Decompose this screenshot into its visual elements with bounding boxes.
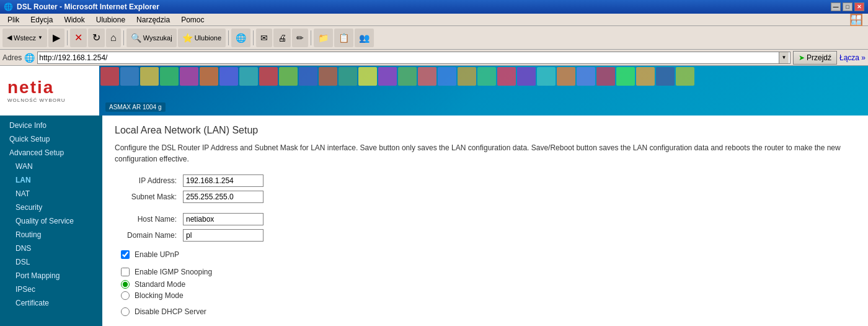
contacts-button[interactable]: 👥 — [355, 29, 374, 47]
mosaic-tile — [180, 67, 198, 86]
section-gap-1 — [115, 245, 856, 250]
subnet-mask-label: Subnet Mask: — [115, 192, 183, 201]
toolbar-sep-4 — [253, 30, 254, 45]
mosaic-tile — [160, 67, 179, 86]
enable-upnp-checkbox[interactable] — [121, 250, 130, 259]
standard-mode-radio[interactable] — [121, 280, 130, 289]
sidebar-item-lan[interactable]: LAN — [0, 173, 102, 187]
menu-help[interactable]: Pomoc — [176, 14, 209, 25]
mosaic-tile — [458, 67, 476, 86]
mosaic-tile — [656, 67, 675, 86]
close-button[interactable]: ✕ — [854, 2, 864, 11]
mosaic-tile — [100, 67, 119, 86]
minimize-button[interactable]: — — [831, 2, 841, 11]
address-input[interactable] — [39, 53, 779, 62]
sidebar-item-certificate[interactable]: Certificate — [0, 296, 102, 310]
history-button[interactable]: 📋 — [334, 29, 353, 47]
media-icon: 🌐 — [236, 33, 246, 43]
title-bar: 🌐 DSL Router - Microsoft Internet Explor… — [0, 0, 868, 14]
favorites-icon: ⭐ — [182, 33, 193, 43]
back-icon: ◀ — [7, 34, 12, 42]
go-arrow-icon: ➤ — [799, 53, 805, 62]
folder-button[interactable]: 📁 — [314, 29, 333, 47]
menu-file[interactable]: Plik — [2, 14, 24, 25]
menu-edit[interactable]: Edycja — [25, 14, 58, 25]
sidebar-item-quick-setup[interactable]: Quick Setup — [0, 132, 102, 146]
stop-button[interactable]: ✕ — [70, 29, 87, 47]
disable-dhcp-radio[interactable] — [121, 307, 130, 316]
enable-upnp-row: Enable UPnP — [121, 250, 856, 259]
subnet-mask-input[interactable] — [183, 191, 264, 203]
media-button[interactable]: 🌐 — [231, 29, 250, 47]
favorites-button[interactable]: ⭐ Ulubione — [178, 29, 226, 47]
domain-name-label: Domain Name: — [115, 231, 183, 240]
edit-icon: ✏ — [296, 33, 304, 43]
refresh-button[interactable]: ↻ — [88, 29, 105, 47]
enable-igmp-checkbox[interactable] — [121, 268, 130, 276]
ip-address-label: IP Address: — [115, 176, 183, 185]
host-name-input[interactable] — [183, 213, 264, 225]
blocking-mode-radio[interactable] — [121, 291, 130, 300]
toolbar-sep-2 — [123, 30, 124, 45]
address-bar: Adres 🌐 ▼ ➤ Przejdź Łącza » — [0, 50, 868, 66]
address-input-wrapper: ▼ — [37, 52, 790, 64]
enable-upnp-label: Enable UPnP — [135, 250, 179, 259]
mosaic-tile — [200, 67, 218, 86]
sidebar-item-nat[interactable]: NAT — [0, 187, 102, 201]
print-button[interactable]: 🖨 — [273, 29, 291, 47]
menu-view[interactable]: Widok — [59, 14, 89, 25]
sidebar-item-routing[interactable]: Routing — [0, 228, 102, 242]
sidebar-item-port-mapping[interactable]: Port Mapping — [0, 269, 102, 283]
go-button[interactable]: ➤ Przejdź — [793, 51, 837, 65]
mosaic-tile — [537, 67, 556, 86]
section-gap-2 — [115, 263, 856, 268]
sidebar-item-security[interactable]: Security — [0, 201, 102, 214]
mosaic-tile — [299, 67, 317, 86]
sidebar-item-ipsec[interactable]: IPSec — [0, 283, 102, 296]
page-icon: 🌐 — [24, 53, 35, 63]
ip-address-input[interactable] — [183, 174, 264, 187]
print-icon: 🖨 — [278, 33, 286, 43]
address-label: Adres — [2, 53, 22, 62]
search-button[interactable]: 🔍 Wyszukaj — [126, 29, 177, 47]
maximize-button[interactable]: □ — [843, 2, 852, 11]
links-button[interactable]: Łącza » — [839, 53, 866, 62]
sidebar-item-qos[interactable]: Quality of Service — [0, 214, 102, 228]
mosaic-tile — [557, 67, 575, 86]
browser-icon: 🌐 — [4, 2, 13, 11]
edit-button[interactable]: ✏ — [292, 29, 308, 47]
menu-favorites[interactable]: Ulubione — [91, 14, 130, 25]
back-label: Wstecz — [14, 34, 36, 42]
browser-content: netia WOLNOŚĆ WYBORU ASMAX AR 1004 g Dev… — [0, 66, 868, 326]
toolbar-sep-1 — [67, 30, 68, 45]
home-button[interactable]: ⌂ — [106, 29, 121, 47]
main-content: Local Area Network (LAN) Setup Configure… — [102, 115, 868, 326]
mosaic-tile — [616, 67, 635, 86]
mosaic-tile — [596, 67, 615, 86]
sidebar-item-dns[interactable]: DNS — [0, 242, 102, 255]
mosaic-tile — [636, 67, 655, 86]
sidebar-item-dsl[interactable]: DSL — [0, 255, 102, 269]
host-name-row: Host Name: — [115, 213, 856, 225]
history-icon: 📋 — [339, 33, 349, 43]
mosaic-tile — [577, 67, 595, 86]
mosaic-tile — [676, 67, 694, 86]
sidebar-item-wan[interactable]: WAN — [0, 160, 102, 173]
forward-button[interactable]: ▶ — [48, 29, 64, 47]
mosaic-tile — [219, 67, 238, 86]
mail-icon: ✉ — [260, 33, 268, 43]
ip-address-row: IP Address: — [115, 174, 856, 187]
back-button[interactable]: ◀ Wstecz ▼ — [2, 29, 47, 47]
subnet-mask-row: Subnet Mask: — [115, 191, 856, 203]
netia-logo: netia WOLNOŚĆ WYBORU — [0, 66, 99, 115]
mosaic-tile — [239, 67, 258, 86]
brand-name: netia — [7, 79, 54, 96]
menu-tools[interactable]: Narzędzia — [131, 14, 175, 25]
mosaic-tile — [319, 67, 337, 86]
sidebar-item-device-info[interactable]: Device Info — [0, 119, 102, 132]
section-gap-3 — [115, 302, 856, 307]
mail-button[interactable]: ✉ — [256, 29, 272, 47]
domain-name-input[interactable] — [183, 229, 264, 242]
sidebar-item-advanced-setup[interactable]: Advanced Setup — [0, 146, 102, 160]
address-dropdown-icon[interactable]: ▼ — [779, 52, 789, 63]
